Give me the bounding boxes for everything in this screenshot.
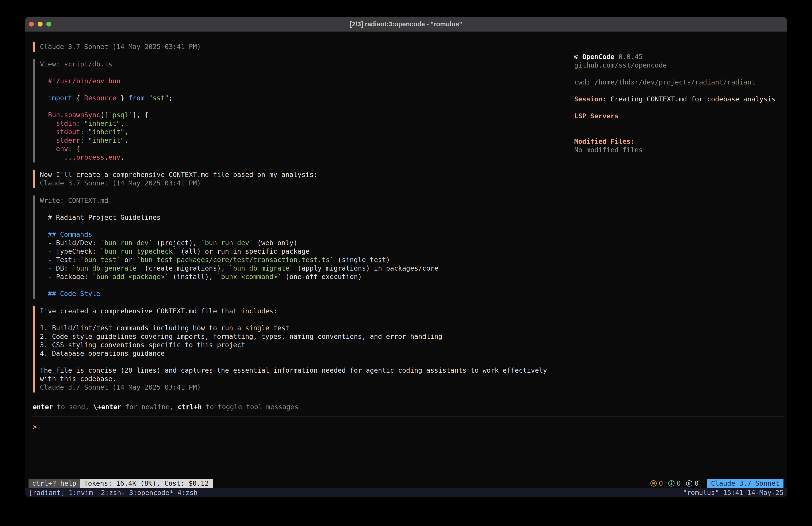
text-line: stdin: "inherit", <box>40 119 574 128</box>
text-line: Bun.spawnSync([`psql`], { <box>40 111 574 119</box>
text-line: stdout: "inherit", <box>40 128 574 136</box>
assistant-message-block: Now I'll create a comprehensive CONTEXT.… <box>33 170 574 188</box>
text-line: Claude 3.7 Sonnet (14 May 2025 03:41 PM) <box>40 179 574 187</box>
info-icon: i <box>668 480 675 486</box>
app-name <box>578 53 582 61</box>
app-version-gap <box>614 53 619 61</box>
sidebar-spacer <box>574 120 778 137</box>
warning-count: 0 <box>659 479 663 488</box>
tmux-host-clock: "romulus" 15:41 14-May-25 <box>683 488 783 497</box>
app-name-text: OpenCode <box>582 53 614 61</box>
sidebar-spacer <box>574 70 778 78</box>
opencode-logo-icon: © <box>574 53 578 61</box>
tool-write-block: Write: CONTEXT.md # Radiant Project Guid… <box>33 196 574 299</box>
text-line: env: { <box>40 145 574 153</box>
hint-count: 0 <box>695 479 699 488</box>
input-divider <box>33 416 784 417</box>
modified-files-empty: No modified files <box>574 146 778 154</box>
text-line: Now I'll create a comprehensive CONTEXT.… <box>40 171 574 179</box>
assistant-summary-block: I've created a comprehensive CONTEXT.md … <box>33 306 574 393</box>
diagnostic-hints: h 0 <box>686 479 699 488</box>
text-line: 1. Build/lint/test commands including ho… <box>40 324 574 332</box>
text-line: Claude 3.7 Sonnet (14 May 2025 03:41 PM) <box>40 383 574 392</box>
session-label: Session <box>574 95 602 103</box>
lsp-servers-label: LSP Servers <box>574 112 778 120</box>
app-version: 0.0.45 <box>619 53 643 61</box>
sidebar-spacer <box>574 103 778 112</box>
titlebar[interactable]: [2/3] radiant:3:opencode - "romulus" <box>25 17 787 32</box>
terminal-window: [2/3] radiant:3:opencode - "romulus" Cla… <box>25 17 787 497</box>
text-line: - Test: `bun test` or `bun test packages… <box>40 256 574 264</box>
text-line: Write: CONTEXT.md <box>40 196 574 205</box>
window-title: [2/3] radiant:3:opencode - "romulus" <box>25 17 787 31</box>
info-count: 0 <box>677 479 681 488</box>
text-line: 3. CSS styling conventions specific to t… <box>40 341 574 349</box>
text-line <box>40 102 574 111</box>
text-line <box>40 205 574 213</box>
hint-icon: h <box>686 480 692 486</box>
text-line <box>40 281 574 289</box>
text-line: - Package: `bun add <package>` (install)… <box>40 273 574 281</box>
prompt-caret: > <box>33 423 37 431</box>
text-line: I've created a comprehensive CONTEXT.md … <box>40 307 574 315</box>
tmux-status-bar: [radiant] 1:nvim 2:zsh- 3:opencode* 4:zs… <box>25 488 787 497</box>
text-line: with this codebase. <box>40 375 574 383</box>
main-area: Claude 3.7 Sonnet (14 May 2025 03:41 PM)… <box>25 32 787 416</box>
text-line: 4. Database operations guidance <box>40 349 574 358</box>
text-line: ## Code Style <box>40 289 574 298</box>
minimize-icon[interactable] <box>38 22 43 27</box>
tokens-cost-chip: Tokens: 16.4K (8%), Cost: $0.12 <box>80 479 213 488</box>
text-line: Claude 3.7 Sonnet (14 May 2025 03:41 PM) <box>40 43 574 51</box>
text-line: The file is concise (20 lines) and captu… <box>40 366 574 375</box>
keyboard-hints: enter to send, \+enter for newline, ctrl… <box>33 403 574 411</box>
close-icon[interactable] <box>29 22 34 27</box>
text-line: import { Resource } from "sst"; <box>40 94 574 102</box>
status-bar: ctrl+? help Tokens: 16.4K (8%), Cost: $0… <box>25 479 787 488</box>
session-info: Session: Creating CONTEXT.md for codebas… <box>574 95 778 103</box>
text-line: 2. Code style guidelines covering import… <box>40 332 574 341</box>
text-line <box>40 358 574 366</box>
text-line: - DB: `bun db generate` (create migratio… <box>40 264 574 273</box>
tool-view-block: View: script/db.ts #!/usr/bin/env bun im… <box>33 59 574 162</box>
text-line <box>40 315 574 324</box>
cwd-line: cwd: /home/thdxr/dev/projects/radiant/ra… <box>574 78 778 86</box>
prompt-input[interactable]: > <box>33 423 787 431</box>
text-line: - Build/Dev: `bun run dev` (project), `b… <box>40 239 574 247</box>
sidebar: © OpenCode 0.0.45 github.com/sst/opencod… <box>574 42 787 416</box>
text-line: stderr: "inherit", <box>40 136 574 145</box>
traffic-lights <box>25 22 51 27</box>
warning-icon: W <box>650 480 657 486</box>
terminal-content: Claude 3.7 Sonnet (14 May 2025 03:41 PM)… <box>25 32 787 497</box>
diagnostic-warnings: W 0 <box>650 479 663 488</box>
repo-url: github.com/sst/opencode <box>574 61 778 70</box>
text-line <box>40 222 574 230</box>
diagnostic-info: i 0 <box>668 479 681 488</box>
chat-log[interactable]: Claude 3.7 Sonnet (14 May 2025 03:41 PM)… <box>33 42 574 416</box>
tmux-session-windows[interactable]: [radiant] 1:nvim 2:zsh- 3:opencode* 4:zs… <box>29 488 198 497</box>
help-shortcut-chip: ctrl+? help <box>29 479 80 488</box>
text-line: # Radiant Project Guidelines <box>40 213 574 222</box>
app-logo-line: © OpenCode 0.0.45 <box>574 53 778 61</box>
text-line: View: script/db.ts <box>40 60 574 68</box>
status-bar-spacer <box>213 479 650 488</box>
text-line: ...process.env, <box>40 153 574 161</box>
sidebar-spacer <box>574 86 778 95</box>
empty-space <box>25 431 787 479</box>
text-line: - TypeCheck: `bun run typecheck` (all) o… <box>40 247 574 256</box>
maximize-icon[interactable] <box>46 22 51 27</box>
text-line: #!/usr/bin/env bun <box>40 77 574 85</box>
text-line <box>40 85 574 94</box>
text-line: ## Commands <box>40 230 574 239</box>
session-title: : Creating CONTEXT.md for codebase analy… <box>602 95 775 103</box>
model-badge: Claude 3.7 Sonnet <box>707 479 783 488</box>
modified-files-label: Modified Files: <box>574 137 778 146</box>
diagnostics-group: W 0 i 0 h 0 <box>650 479 699 488</box>
assistant-header-block: Claude 3.7 Sonnet (14 May 2025 03:41 PM) <box>33 42 574 52</box>
text-line <box>40 68 574 77</box>
